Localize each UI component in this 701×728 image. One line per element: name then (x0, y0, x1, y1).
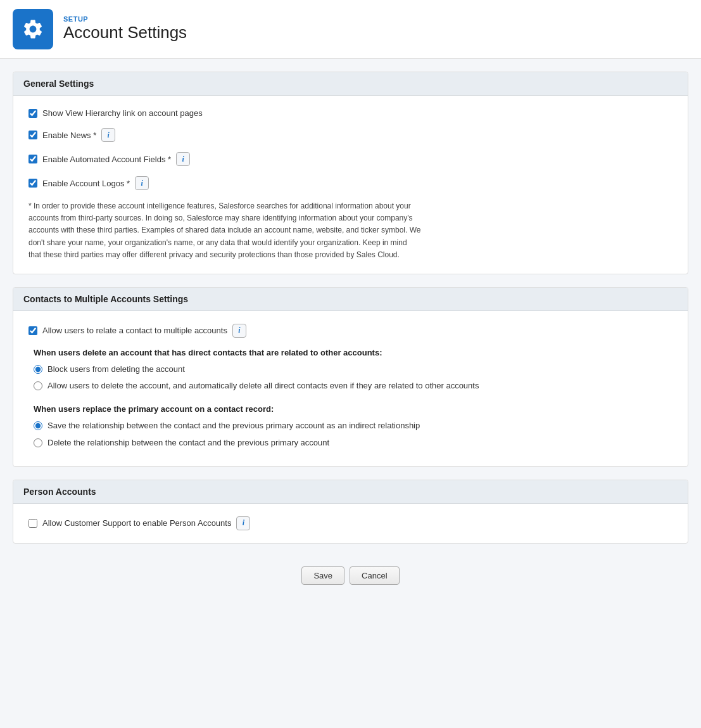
replace-primary-subgroup: When users replace the primary account o… (28, 404, 673, 448)
person-accounts-header: Person Accounts (13, 480, 688, 504)
header-text: SETUP Account Settings (63, 15, 187, 42)
enable-news-label[interactable]: Enable News * (42, 131, 96, 140)
general-settings-disclaimer: * In order to provide these account inte… (28, 200, 421, 261)
block-delete-row: Block users from deleting the account (34, 364, 673, 375)
replace-question: When users replace the primary account o… (34, 404, 673, 414)
enable-news-checkbox[interactable] (28, 131, 37, 139)
allow-person-accounts-label[interactable]: Allow Customer Support to enable Person … (42, 518, 231, 528)
content-area: General Settings Show View Hierarchy lin… (0, 59, 701, 616)
enable-automated-info-icon[interactable]: i (176, 152, 190, 166)
general-settings-header: General Settings (13, 72, 688, 96)
enable-automated-row: Enable Automated Account Fields * i (28, 152, 673, 166)
allow-multiple-accounts-checkbox[interactable] (28, 326, 37, 335)
delete-relationship-label[interactable]: Delete the relationship between the cont… (47, 437, 329, 449)
contacts-settings-body: Allow users to relate a contact to multi… (13, 311, 688, 466)
allow-person-accounts-info-icon[interactable]: i (236, 516, 250, 530)
person-accounts-section: Person Accounts Allow Customer Support t… (13, 480, 688, 544)
cancel-button[interactable]: Cancel (350, 566, 399, 585)
setup-label: SETUP (63, 15, 187, 23)
contacts-settings-title: Contacts to Multiple Accounts Settings (23, 294, 188, 304)
gear-icon (22, 18, 44, 41)
general-settings-section: General Settings Show View Hierarchy lin… (13, 72, 688, 274)
block-delete-label[interactable]: Block users from deleting the account (47, 364, 185, 375)
delete-account-subgroup: When users delete an account that has di… (28, 348, 673, 392)
enable-news-info-icon[interactable]: i (101, 128, 115, 142)
delete-question: When users delete an account that has di… (34, 348, 673, 357)
general-settings-body: Show View Hierarchy link on account page… (13, 96, 688, 274)
block-delete-radio[interactable] (34, 365, 42, 374)
allow-multiple-accounts-info-icon[interactable]: i (232, 324, 246, 338)
save-button[interactable]: Save (301, 566, 344, 585)
save-relationship-row: Save the relationship between the contac… (34, 420, 673, 431)
enable-automated-label[interactable]: Enable Automated Account Fields * (42, 155, 171, 164)
page-header: SETUP Account Settings (0, 0, 701, 59)
enable-automated-checkbox[interactable] (28, 155, 37, 163)
contacts-settings-section: Contacts to Multiple Accounts Settings A… (13, 287, 688, 467)
allow-delete-label[interactable]: Allow users to delete the account, and a… (47, 380, 479, 392)
page-wrapper: SETUP Account Settings General Settings … (0, 0, 701, 728)
footer-buttons: Save Cancel (13, 556, 688, 591)
delete-relationship-radio[interactable] (34, 438, 42, 447)
enable-account-logos-checkbox[interactable] (28, 179, 37, 188)
person-accounts-title: Person Accounts (23, 487, 96, 497)
show-view-hierarchy-label[interactable]: Show View Hierarchy link on account page… (42, 108, 203, 118)
allow-delete-radio[interactable] (34, 381, 42, 390)
enable-account-logos-row: Enable Account Logos * i (28, 176, 673, 190)
allow-person-accounts-row: Allow Customer Support to enable Person … (28, 516, 673, 530)
enable-account-logos-label[interactable]: Enable Account Logos * (42, 179, 130, 188)
person-accounts-body: Allow Customer Support to enable Person … (13, 504, 688, 543)
save-relationship-radio[interactable] (34, 421, 42, 430)
enable-account-logos-info-icon[interactable]: i (135, 176, 149, 190)
save-relationship-label[interactable]: Save the relationship between the contac… (47, 420, 420, 431)
contacts-settings-header: Contacts to Multiple Accounts Settings (13, 288, 688, 311)
allow-delete-row: Allow users to delete the account, and a… (34, 380, 673, 392)
allow-person-accounts-checkbox[interactable] (28, 519, 37, 528)
delete-relationship-row: Delete the relationship between the cont… (34, 437, 673, 449)
enable-news-row: Enable News * i (28, 128, 673, 142)
general-settings-title: General Settings (23, 79, 94, 89)
allow-multiple-accounts-label[interactable]: Allow users to relate a contact to multi… (42, 326, 227, 335)
page-title: Account Settings (63, 23, 187, 42)
setup-icon-box (13, 9, 53, 49)
allow-multiple-accounts-row: Allow users to relate a contact to multi… (28, 324, 673, 338)
show-view-hierarchy-row: Show View Hierarchy link on account page… (28, 108, 673, 118)
show-view-hierarchy-checkbox[interactable] (28, 109, 37, 118)
